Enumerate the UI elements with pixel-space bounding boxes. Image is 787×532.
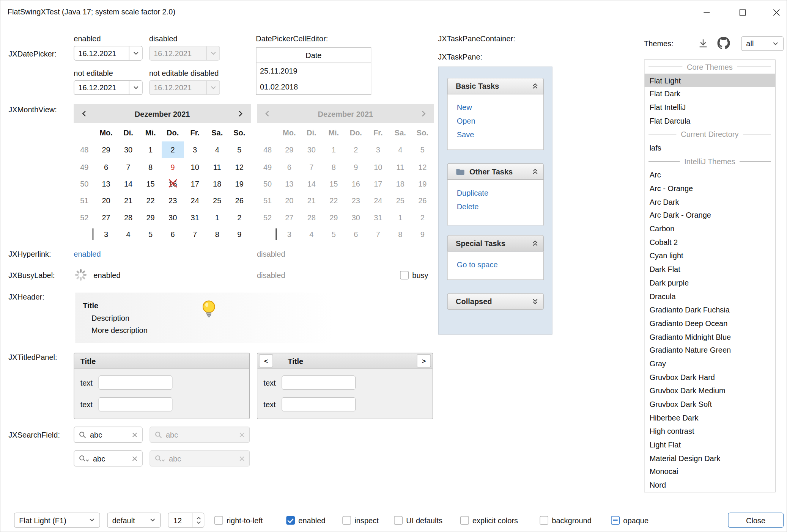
taskpane-header[interactable]: Collapsed xyxy=(447,293,544,310)
theme-item[interactable]: Gradianto Nature Green xyxy=(644,344,775,357)
titledpanel-left-button[interactable]: < xyxy=(259,354,273,367)
calendar-cell[interactable]: 14 xyxy=(117,175,140,192)
theme-item[interactable]: Hiberbee Dark xyxy=(644,411,775,425)
taskpane-header[interactable]: Other Tasks xyxy=(447,163,544,180)
theme-item[interactable]: lafs xyxy=(644,141,775,155)
text-input[interactable] xyxy=(99,375,173,389)
theme-item[interactable]: Material Design Dark xyxy=(644,451,775,465)
checkbox[interactable]: enabled xyxy=(286,513,325,528)
title-bar[interactable]: FlatSwingXTest (Java 17; system scale fa… xyxy=(0,0,787,24)
theme-item[interactable]: Core Themes xyxy=(644,60,775,74)
calendar-cell[interactable]: 20 xyxy=(95,192,117,209)
calendar-cell[interactable]: 18 xyxy=(206,175,228,192)
theme-item[interactable]: Dracula xyxy=(644,289,775,303)
calendar-cell[interactable]: 1 xyxy=(206,209,228,226)
search-input[interactable]: abc xyxy=(93,454,128,463)
calendar-cell[interactable]: 30 xyxy=(162,209,184,226)
theme-item[interactable]: Nord xyxy=(644,478,775,492)
clear-icon[interactable] xyxy=(132,432,138,438)
theme-item[interactable]: IntelliJ Themes xyxy=(644,154,775,168)
checkbox-box[interactable] xyxy=(394,516,403,524)
datepicker-dropdown-button[interactable] xyxy=(129,81,142,94)
calendar-cell[interactable]: 51 xyxy=(74,192,95,209)
search-input[interactable]: abc xyxy=(90,430,128,439)
table-row[interactable]: 01.02.2018 xyxy=(257,79,371,94)
calendar-cell[interactable]: Sa. xyxy=(206,123,228,141)
clear-icon[interactable] xyxy=(132,456,138,461)
theme-item[interactable]: Gradianto Deep Ocean xyxy=(644,316,775,330)
calendar-cell[interactable]: Mo. xyxy=(95,123,117,141)
taskpane-header[interactable]: Special Tasks xyxy=(447,235,544,252)
calendar-cell[interactable]: 11 xyxy=(206,159,228,176)
checkbox-box[interactable] xyxy=(286,516,295,524)
theme-item[interactable]: Flat IntelliJ xyxy=(644,100,775,114)
calendar-cell[interactable]: 10 xyxy=(184,159,206,176)
calendar-cell[interactable]: 27 xyxy=(95,209,117,226)
collapse-chevron-icon[interactable] xyxy=(532,168,538,175)
calendar-cell[interactable]: 8 xyxy=(139,159,162,176)
calendar-cell[interactable]: 25 xyxy=(206,192,228,209)
calendar-cell[interactable]: Fr. xyxy=(184,123,206,141)
calendar-cell[interactable]: 48 xyxy=(74,141,95,159)
calendar-cell[interactable]: So. xyxy=(228,123,250,141)
calendar-cell[interactable] xyxy=(74,123,95,141)
checkbox-box[interactable] xyxy=(400,271,409,279)
calendar-cell[interactable]: 29 xyxy=(139,209,162,226)
titledpanel-right-button[interactable]: > xyxy=(417,354,431,367)
theme-item[interactable]: Flat Darcula xyxy=(644,114,775,128)
download-themes-button[interactable] xyxy=(697,37,710,50)
taskpane-link[interactable]: New xyxy=(457,100,543,114)
maximize-button[interactable] xyxy=(732,0,754,24)
taskpane-link[interactable]: Open xyxy=(457,114,543,128)
calendar-cell[interactable]: 4 xyxy=(117,226,140,243)
calendar-cell[interactable]: 23 xyxy=(162,192,184,209)
calendar-cell[interactable]: 52 xyxy=(74,209,95,226)
text-input[interactable] xyxy=(282,397,356,411)
themes-filter-combo[interactable]: all xyxy=(741,36,784,51)
search-field-with-menu-enabled[interactable]: abc xyxy=(74,450,142,467)
checkbox-box[interactable] xyxy=(342,516,351,524)
calendar-cell[interactable]: 5 xyxy=(139,226,162,243)
hyperlink-enabled[interactable]: enabled xyxy=(74,250,101,258)
taskpane-link[interactable]: Duplicate xyxy=(457,186,543,199)
theme-item[interactable]: Gradianto Dark Fuchsia xyxy=(644,303,775,317)
theme-item[interactable]: Gruvbox Dark Medium xyxy=(644,384,775,397)
theme-item[interactable]: Dark purple xyxy=(644,276,775,290)
calendar-cell[interactable]: 26 xyxy=(228,192,250,209)
checkbox-box[interactable] xyxy=(540,516,548,524)
theme-item[interactable]: Cyan light xyxy=(644,249,775,263)
checkbox[interactable]: background xyxy=(540,513,592,528)
checkbox[interactable]: UI defaults xyxy=(394,513,442,528)
datepicker-noteditable-field[interactable]: 16.12.2021 xyxy=(74,80,142,95)
calendar-cell[interactable]: 1 xyxy=(139,141,162,159)
calendar-cell[interactable]: 13 xyxy=(95,175,117,192)
taskpane-header[interactable]: Basic Tasks xyxy=(447,78,544,94)
checkbox-box[interactable] xyxy=(214,516,223,524)
table-row[interactable]: 25.11.2019 xyxy=(257,63,371,78)
theme-item[interactable]: Arc Dark - Orange xyxy=(644,209,775,222)
theme-item[interactable]: Gray xyxy=(644,357,775,370)
theme-item[interactable]: Gradianto Midnight Blue xyxy=(644,330,775,344)
calendar-cell[interactable]: 3 xyxy=(95,226,117,243)
minimize-button[interactable] xyxy=(696,0,718,24)
checkbox-box[interactable] xyxy=(611,516,620,524)
calendar-cell[interactable]: 8 xyxy=(206,226,228,243)
calendar-cell[interactable]: 4 xyxy=(206,141,228,159)
search-field-enabled[interactable]: abc xyxy=(74,427,142,443)
taskpane-link[interactable]: Delete xyxy=(457,199,543,213)
calendar-cell[interactable]: 12 xyxy=(228,159,250,176)
calendar-cell[interactable]: 15 xyxy=(139,175,162,192)
github-button[interactable] xyxy=(717,36,730,50)
calendar-cell[interactable]: 2 xyxy=(162,141,184,159)
calendar-cell[interactable]: 22 xyxy=(139,192,162,209)
next-month-button[interactable] xyxy=(237,110,244,117)
calendar-cell[interactable]: Di. xyxy=(117,123,140,141)
checkbox[interactable]: opaque xyxy=(611,513,648,528)
theme-item[interactable]: Dark Flat xyxy=(644,262,775,276)
calendar-cell[interactable]: 9 xyxy=(162,159,184,176)
datepicker-enabled-field[interactable]: 16.12.2021 xyxy=(74,46,142,61)
text-input[interactable] xyxy=(99,397,173,411)
calendar-cell[interactable]: 9 xyxy=(228,226,250,243)
theme-item[interactable]: Monocai xyxy=(644,465,775,479)
taskpane-link[interactable]: Go to space xyxy=(457,258,543,271)
